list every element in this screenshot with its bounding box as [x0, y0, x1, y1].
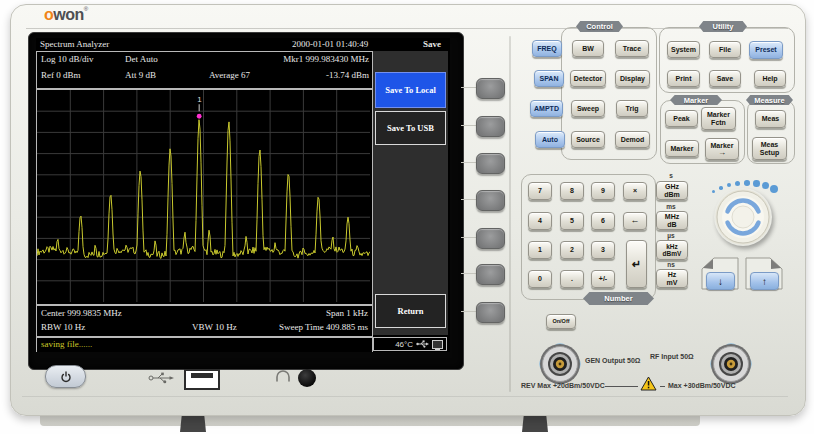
display-button[interactable]: Display — [615, 70, 650, 87]
status-indicators: 46°C — [373, 337, 447, 351]
utility-group-label: Utility — [699, 21, 747, 32]
key-plus-minus[interactable]: +/- — [591, 270, 615, 288]
key-4[interactable]: 4 — [528, 212, 552, 230]
status-message: saving file...... — [41, 339, 92, 349]
marker-frequency-readout: Mkr1 999.983430 MHz — [283, 54, 369, 64]
step-down-button[interactable]: ↓ — [706, 272, 735, 290]
key-1[interactable]: 1 — [528, 241, 552, 259]
spectrum-analyzer-front-panel: owon® Spectrum Analyzer 2000-01-01 01:40… — [0, 0, 814, 434]
knob-scale-dot — [735, 181, 740, 186]
rf-input-connector — [707, 340, 755, 388]
attenuation-readout: Att 9 dB — [125, 70, 156, 80]
key-3[interactable]: 3 — [591, 241, 615, 259]
scale-readout: Log 10 dB/div — [41, 54, 94, 64]
file-button[interactable]: File — [709, 41, 741, 58]
svg-text:1: 1 — [197, 95, 202, 104]
screen: Spectrum Analyzer 2000-01-01 01:40:49 Sa… — [36, 38, 450, 352]
rotary-knob-face — [714, 188, 772, 246]
unit-key-line1: kHz — [666, 243, 678, 250]
headphone-icon — [275, 369, 291, 382]
sweep-button[interactable]: Sweep — [571, 100, 605, 117]
save-button[interactable]: Save — [709, 70, 741, 87]
demod-button[interactable]: Demod — [615, 131, 650, 148]
key-0[interactable]: 0 — [528, 270, 552, 288]
rotary-knob[interactable] — [714, 188, 772, 246]
softkey-7[interactable] — [476, 302, 505, 323]
detector-button[interactable]: Detector — [570, 70, 606, 87]
power-button[interactable] — [45, 365, 86, 388]
caution-dash — [605, 386, 638, 387]
menu-item-return[interactable]: Return — [375, 294, 446, 328]
source-button[interactable]: Source — [571, 131, 605, 148]
gen-output-label: GEN Output 50Ω — [585, 357, 640, 364]
rf-input-label: RF Input 50Ω — [650, 353, 694, 360]
menu-item-save-to-local[interactable]: Save To Local — [375, 72, 446, 108]
control-group-label: Control — [576, 21, 623, 32]
marker-fctn-line2: Fctn — [711, 119, 726, 127]
menu-title: Save — [423, 39, 441, 49]
softkey-1[interactable] — [476, 78, 505, 99]
meas-button[interactable]: Meas — [755, 110, 786, 128]
softkey-6[interactable] — [476, 264, 505, 285]
key-7[interactable]: 7 — [528, 182, 552, 200]
marker-to-button[interactable]: Marker → — [705, 138, 739, 160]
bw-button[interactable]: BW — [572, 40, 604, 57]
softkey-3[interactable] — [476, 153, 505, 174]
marker-group-label: Marker — [670, 95, 722, 105]
unit-key-line2: dBmV — [663, 250, 682, 257]
meas-setup-button[interactable]: Meas Setup — [752, 137, 787, 160]
on-off-button[interactable]: On/Off — [546, 314, 576, 329]
screen-datetime: 2000-01-01 01:40:49 — [292, 39, 368, 49]
help-button[interactable]: Help — [754, 70, 786, 87]
unit-key-line1: Hz — [668, 271, 677, 279]
caution-dash — [660, 386, 665, 387]
key-decimal[interactable]: . — [560, 270, 584, 288]
step-up-button[interactable]: ↑ — [750, 272, 779, 290]
key-9[interactable]: 9 — [591, 182, 615, 200]
key-backspace[interactable]: ← — [623, 212, 647, 230]
marker-fctn-button[interactable]: Marker Fctn — [701, 107, 736, 130]
unit-key-mhz-db[interactable]: MHz dB — [656, 211, 688, 230]
status-bar: saving file...... — [36, 337, 373, 352]
softkey-line — [461, 237, 476, 238]
warning-icon — [640, 376, 657, 391]
usb-status-icon — [416, 340, 429, 348]
menu-item-save-to-usb[interactable]: Save To USB — [375, 111, 446, 145]
auto-button[interactable]: Auto — [535, 131, 565, 148]
trace-button[interactable]: Trace — [615, 40, 649, 57]
span-readout: Span 1 kHz — [326, 308, 368, 318]
key-8[interactable]: 8 — [560, 182, 584, 200]
unit-key-line1: GHz — [665, 183, 679, 191]
unit-key-ghz-dbm[interactable]: GHz dBm — [656, 181, 688, 200]
marker-level-readout: -13.74 dBm — [326, 70, 369, 80]
unit-key-line2: dB — [667, 221, 676, 229]
usb-port[interactable] — [184, 369, 220, 390]
knob-scale-dot — [727, 183, 731, 187]
unit-key-khz-dbmv[interactable]: kHz dBmV — [656, 240, 688, 260]
measure-group-label: Measure — [746, 95, 793, 105]
amptd-button[interactable]: AMPTD — [530, 100, 563, 117]
marker-fctn-line1: Marker — [707, 111, 730, 119]
marker-to-arrow-icon: → — [718, 150, 726, 156]
freq-button[interactable]: FREQ — [532, 40, 562, 57]
gen-output-connector — [536, 340, 584, 388]
key-enter[interactable]: ↵ — [626, 240, 647, 288]
peak-button[interactable]: Peak — [665, 110, 698, 127]
preset-button[interactable]: Preset — [749, 41, 783, 59]
remote-pc-status-icon — [432, 340, 443, 349]
system-button[interactable]: System — [667, 41, 700, 58]
key-2[interactable]: 2 — [560, 241, 584, 259]
softkey-4[interactable] — [476, 190, 505, 211]
unit-key-hz-mv[interactable]: Hz mV — [656, 269, 688, 288]
softkey-2[interactable] — [476, 116, 505, 137]
headphone-jack[interactable] — [298, 369, 316, 387]
print-button[interactable]: Print — [667, 70, 700, 87]
trig-button[interactable]: Trig — [616, 100, 648, 117]
marker-button[interactable]: Marker — [665, 140, 699, 157]
ref-level-readout: Ref 0 dBm — [41, 70, 81, 80]
span-button[interactable]: SPAN — [534, 70, 564, 87]
key-6[interactable]: 6 — [591, 212, 615, 230]
softkey-5[interactable] — [476, 228, 505, 249]
key-multiply[interactable]: × — [623, 182, 647, 200]
key-5[interactable]: 5 — [560, 212, 584, 230]
